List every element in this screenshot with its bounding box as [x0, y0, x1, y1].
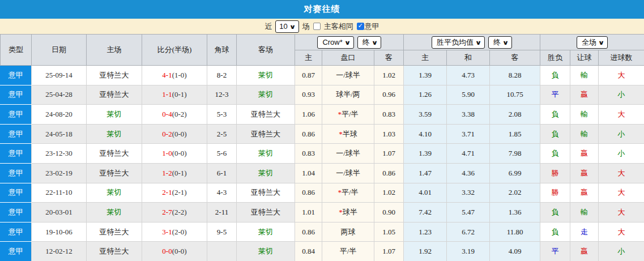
match-date-cell: 19-10-06	[32, 222, 87, 242]
avg-draw-cell: 4.73	[447, 66, 490, 85]
away-team-cell[interactable]: 莱切	[237, 85, 295, 105]
corner-score-cell: 2-5	[207, 124, 237, 144]
league-type-cell[interactable]: 意甲	[1, 66, 32, 85]
halftime-score: (0-1)	[172, 169, 187, 177]
odds-home-cell: 0.84	[295, 242, 322, 261]
away-team-cell[interactable]: 亚特兰大	[237, 124, 295, 144]
average-stage-select[interactable]: 终 ∨	[488, 36, 512, 49]
home-team-cell[interactable]: 亚特兰大	[87, 222, 142, 242]
table-row: 意甲 25-09-14 亚特兰大 4-1(1-0) 8-2 莱切 0.87 一/…	[1, 66, 644, 85]
average-type-select[interactable]: 胜平负均值 ∨	[432, 36, 485, 49]
result-cell: 負	[540, 66, 570, 85]
league-filter-checkbox[interactable]	[357, 23, 364, 30]
corner-score-cell: 12-3	[207, 85, 237, 105]
odds-away-cell: 0.86	[374, 163, 404, 183]
home-team-cell[interactable]: 亚特兰大	[87, 144, 142, 164]
corner-score-cell: 5-3	[207, 105, 237, 125]
corner-score-cell: 8-2	[207, 66, 237, 85]
subcol-odds-home: 主	[295, 50, 322, 66]
home-team-cell[interactable]: 亚特兰大	[87, 66, 142, 85]
home-team-cell[interactable]: 莱切	[87, 105, 142, 125]
table-body: 意甲 25-09-14 亚特兰大 4-1(1-0) 8-2 莱切 0.87 一/…	[1, 66, 644, 261]
goals-result-cell: 小	[599, 144, 644, 164]
league-type-cell[interactable]: 意甲	[1, 242, 32, 261]
recent-count-value: 10	[279, 22, 287, 32]
same-venue-label[interactable]: 主客相同	[324, 22, 353, 32]
league-type-cell[interactable]: 意甲	[1, 163, 32, 183]
away-team-cell[interactable]: 莱切	[237, 163, 295, 183]
avg-draw-cell: 3.32	[447, 183, 490, 203]
match-date-cell: 22-11-10	[32, 183, 87, 203]
score-cell: 0-2(0-0)	[142, 124, 207, 144]
goals-result-cell: 大	[599, 183, 644, 203]
away-team-cell[interactable]: 莱切	[237, 66, 295, 85]
subcol-handicap: 盘口	[322, 50, 374, 66]
away-team-cell[interactable]: 亚特兰大	[237, 105, 295, 125]
goals-result-cell: 大	[599, 163, 644, 183]
result-cell: 負	[540, 222, 570, 242]
away-team-cell[interactable]: 亚特兰大	[237, 203, 295, 223]
col-header-date: 日期	[32, 35, 87, 66]
match-date-cell: 25-04-28	[32, 85, 87, 105]
handicap-cell: 一/球半	[322, 66, 374, 85]
avg-home-cell: 7.42	[404, 203, 447, 223]
away-team-cell[interactable]: 亚特兰大	[237, 183, 295, 203]
avg-draw-cell: 5.47	[447, 203, 490, 223]
goals-result-cell: 大	[599, 203, 644, 223]
recent-count-select[interactable]: 10 ∨	[275, 20, 298, 33]
halftime-score: (0-2)	[172, 110, 187, 118]
league-type-cell[interactable]: 意甲	[1, 105, 32, 125]
home-team-cell[interactable]: 亚特兰大	[87, 242, 142, 261]
halftime-score: (0-1)	[172, 90, 187, 99]
filter-bar: 近 10 ∨ 场 主客相同 意甲	[0, 19, 644, 34]
avg-home-cell: 4.01	[404, 183, 447, 203]
home-team-cell[interactable]: 亚特兰大	[87, 163, 142, 183]
handicap-result-cell: 輸	[570, 124, 599, 144]
subcol-avg-draw: 和	[447, 50, 490, 66]
handicap-result-cell: 輸	[570, 203, 599, 223]
avg-home-cell: 1.47	[404, 163, 447, 183]
corner-score-cell: 2-11	[207, 203, 237, 223]
odds-home-cell: 0.86	[295, 222, 322, 242]
odds-away-cell: 1.07	[374, 242, 404, 261]
handicap-cell: *平/半	[322, 105, 374, 125]
handicap-cell: *球半	[322, 203, 374, 223]
league-type-cell[interactable]: 意甲	[1, 222, 32, 242]
league-type-cell[interactable]: 意甲	[1, 144, 32, 164]
league-type-cell[interactable]: 意甲	[1, 203, 32, 223]
home-team-cell[interactable]: 莱切	[87, 203, 142, 223]
fulltime-score: 1-0	[162, 149, 172, 157]
table-row: 意甲 19-10-06 亚特兰大 3-1(2-0) 9-5 莱切 0.86 两球…	[1, 222, 644, 242]
score-cell: 0-0(0-0)	[142, 242, 207, 261]
odds-away-cell: 1.07	[374, 144, 404, 164]
same-venue-checkbox[interactable]	[313, 23, 321, 30]
avg-home-cell: 4.10	[404, 124, 447, 144]
away-team-cell[interactable]: 莱切	[237, 144, 295, 164]
home-team-cell[interactable]: 莱切	[87, 124, 142, 144]
table-row: 意甲 24-05-18 莱切 0-2(0-0) 2-5 亚特兰大 0.86 *半…	[1, 124, 644, 144]
league-type-cell[interactable]: 意甲	[1, 183, 32, 203]
home-team-cell[interactable]: 亚特兰大	[87, 85, 142, 105]
table-row: 意甲 22-11-10 莱切 2-1(2-1) 4-3 亚特兰大 0.86 *平…	[1, 183, 644, 203]
col-header-corner: 角球	[207, 35, 237, 66]
near-label: 近	[265, 22, 272, 32]
away-team-cell[interactable]: 莱切	[237, 242, 295, 261]
avg-draw-cell: 6.72	[447, 222, 490, 242]
handicap-cell: 球半/两	[322, 85, 374, 105]
score-cell: 1-0(0-0)	[142, 144, 207, 164]
score-cell: 4-1(1-0)	[142, 66, 207, 85]
table-row: 意甲 20-03-01 莱切 2-7(2-2) 2-11 亚特兰大 1.01 *…	[1, 203, 644, 223]
avg-draw-cell: 3.38	[447, 105, 490, 125]
odds-stage-select[interactable]: 终 ∨	[357, 36, 381, 49]
league-filter-label[interactable]: 意甲	[365, 22, 379, 32]
period-select[interactable]: 全场 ∨	[577, 36, 608, 49]
away-team-cell[interactable]: 莱切	[237, 222, 295, 242]
handicap-result-cell: 走	[570, 222, 599, 242]
handicap-result-cell: 贏	[570, 183, 599, 203]
home-team-cell[interactable]: 莱切	[87, 183, 142, 203]
avg-away-cell: 7.98	[490, 144, 540, 164]
league-type-cell[interactable]: 意甲	[1, 124, 32, 144]
bookmaker-select[interactable]: Crow* ∨	[317, 36, 353, 49]
league-type-cell[interactable]: 意甲	[1, 85, 32, 105]
handicap-result-cell: 贏	[570, 144, 599, 164]
